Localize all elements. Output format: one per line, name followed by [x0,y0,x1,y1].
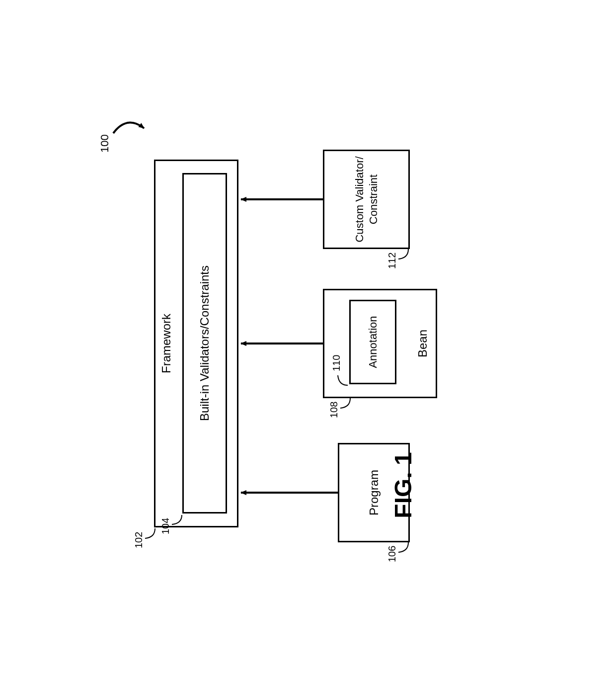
ref-110: 110 [331,355,342,371]
ref-108: 108 [328,402,340,418]
ref-100: 100 [98,134,111,153]
ref-102: 102 [133,532,145,548]
ref-104: 104 [160,518,171,534]
ref-112: 112 [386,253,398,269]
figure-label: FIG. 1 [389,452,616,518]
ref-106: 106 [386,546,398,562]
